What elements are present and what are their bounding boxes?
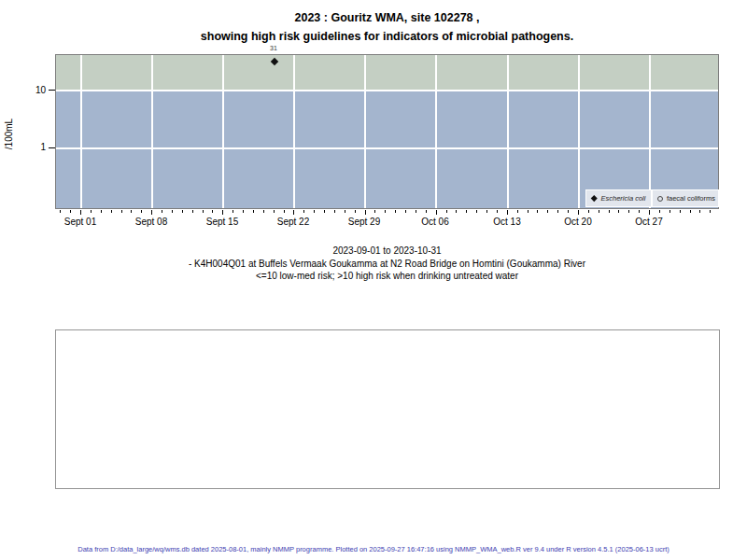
x-minor-tick bbox=[263, 210, 264, 213]
y-tick-mark-1 bbox=[49, 147, 55, 148]
x-minor-tick bbox=[588, 210, 589, 213]
y-tick-mark-10 bbox=[49, 90, 55, 91]
chart-title: 2023 : Gouritz WMA, site 102278 , showin… bbox=[55, 8, 719, 46]
gridline-vertical bbox=[80, 55, 82, 208]
gridline-vertical bbox=[293, 55, 295, 208]
x-major-tick bbox=[293, 210, 294, 215]
x-minor-tick bbox=[70, 210, 71, 213]
x-minor-tick bbox=[334, 210, 335, 213]
x-minor-tick bbox=[131, 210, 132, 213]
x-major-tick bbox=[507, 210, 508, 215]
x-minor-tick bbox=[345, 210, 345, 213]
x-minor-tick bbox=[111, 210, 112, 213]
x-minor-tick bbox=[609, 210, 610, 213]
x-major-tick bbox=[80, 210, 81, 215]
chart-page: 2023 : Gouritz WMA, site 102278 , showin… bbox=[0, 0, 747, 560]
x-minor-tick bbox=[303, 210, 304, 213]
gridline-horizontal-1 bbox=[56, 147, 718, 149]
gridline-vertical bbox=[364, 55, 366, 208]
x-minor-tick bbox=[416, 210, 416, 213]
x-tick-label: Sept 15 bbox=[206, 217, 238, 227]
x-minor-tick bbox=[243, 210, 244, 213]
x-minor-tick bbox=[233, 210, 233, 213]
legend-item-faecal: faecal coliforms bbox=[653, 190, 718, 206]
x-minor-tick bbox=[192, 210, 193, 213]
caption: 2023-09-01 to 2023-10-31 - K4H004Q01 at … bbox=[55, 245, 719, 283]
x-minor-tick bbox=[628, 210, 629, 213]
x-minor-tick bbox=[172, 210, 173, 213]
x-minor-tick bbox=[141, 210, 142, 213]
gridline-vertical bbox=[435, 55, 437, 208]
x-minor-tick bbox=[568, 210, 569, 213]
legend-label-ecoli: Eschericia coli bbox=[601, 194, 646, 203]
x-minor-tick bbox=[385, 210, 386, 213]
x-minor-tick bbox=[639, 210, 640, 213]
x-minor-tick bbox=[374, 210, 375, 213]
caption-risk-note: <=10 low-med risk; >10 high risk when dr… bbox=[55, 270, 719, 283]
y-tick-label-1: 1 bbox=[17, 142, 46, 152]
x-minor-tick bbox=[395, 210, 396, 213]
caption-date-range: 2023-09-01 to 2023-10-31 bbox=[55, 245, 719, 258]
chart-title-line2: showing high risk guidelines for indicat… bbox=[55, 27, 719, 46]
legend-label-faecal: faecal coliforms bbox=[667, 194, 715, 203]
x-major-tick bbox=[578, 210, 579, 215]
gridline-horizontal-10 bbox=[56, 90, 718, 91]
x-tick-label: Oct 27 bbox=[635, 217, 662, 227]
x-minor-tick bbox=[669, 210, 670, 213]
x-minor-tick bbox=[405, 210, 406, 213]
x-minor-tick bbox=[528, 210, 529, 213]
gridline-vertical bbox=[151, 55, 153, 208]
x-minor-tick bbox=[486, 210, 487, 213]
x-tick-label: Sept 29 bbox=[348, 217, 380, 227]
x-minor-tick bbox=[680, 210, 681, 213]
plot-area bbox=[55, 54, 719, 209]
x-axis-ticks bbox=[55, 210, 719, 217]
gridline-vertical bbox=[649, 55, 651, 208]
open-circle-icon bbox=[657, 196, 663, 202]
x-tick-label: Sept 01 bbox=[64, 217, 96, 227]
x-minor-tick bbox=[60, 210, 61, 213]
x-major-tick bbox=[649, 210, 650, 215]
x-major-tick bbox=[151, 210, 152, 215]
x-minor-tick bbox=[203, 210, 204, 213]
x-minor-tick bbox=[466, 210, 467, 213]
x-minor-tick bbox=[476, 210, 477, 213]
x-minor-tick bbox=[456, 210, 457, 213]
x-axis-labels: Sept 01 Sept 08 Sept 15 Sept 22 Sept 29 … bbox=[55, 217, 719, 230]
x-minor-tick bbox=[101, 210, 102, 213]
x-minor-tick bbox=[212, 210, 213, 213]
data-point-label: 31 bbox=[270, 45, 277, 51]
x-tick-label: Oct 13 bbox=[493, 217, 520, 227]
x-tick-label: Oct 06 bbox=[421, 217, 448, 227]
x-minor-tick bbox=[426, 210, 427, 213]
y-tick-label-10: 10 bbox=[17, 85, 46, 95]
x-minor-tick bbox=[284, 210, 285, 213]
filled-diamond-icon bbox=[591, 195, 597, 201]
x-minor-tick bbox=[537, 210, 538, 213]
gridline-vertical bbox=[507, 55, 509, 208]
x-minor-tick bbox=[599, 210, 599, 213]
high-risk-band bbox=[56, 55, 718, 91]
x-tick-label: Sept 08 bbox=[135, 217, 167, 227]
x-minor-tick bbox=[314, 210, 315, 213]
x-major-tick bbox=[222, 210, 223, 215]
legend-item-ecoli: Eschericia coli bbox=[586, 190, 651, 206]
x-minor-tick bbox=[547, 210, 548, 213]
x-minor-tick bbox=[355, 210, 356, 213]
gridline-vertical bbox=[222, 55, 224, 208]
second-plot-placeholder bbox=[55, 329, 720, 489]
gridline-vertical bbox=[578, 55, 580, 208]
y-axis-title: /100mL bbox=[4, 102, 14, 167]
x-minor-tick bbox=[659, 210, 660, 213]
legend: Eschericia coli faecal coliforms bbox=[585, 189, 719, 207]
x-major-tick bbox=[436, 210, 437, 215]
caption-site-description: - K4H004Q01 at Buffels Vermaak Goukamma … bbox=[55, 258, 719, 271]
footer-provenance: Data from D:/data_large/wq/wms.db dated … bbox=[0, 545, 747, 553]
x-minor-tick bbox=[253, 210, 254, 213]
x-minor-tick bbox=[162, 210, 162, 213]
x-minor-tick bbox=[690, 210, 691, 213]
x-minor-tick bbox=[517, 210, 518, 213]
x-major-tick bbox=[365, 210, 366, 215]
x-minor-tick bbox=[274, 210, 275, 213]
x-tick-label: Oct 20 bbox=[564, 217, 591, 227]
